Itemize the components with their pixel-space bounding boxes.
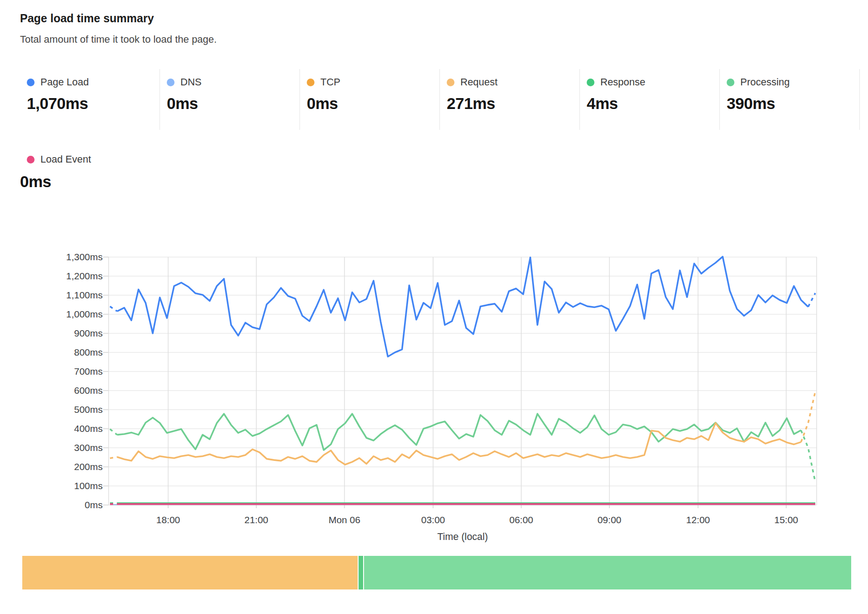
y-axis-label: 1,100ms	[66, 290, 103, 300]
series-line-request	[801, 391, 815, 442]
page-load-summary-panel: { "header": { "title": "Page load time s…	[0, 0, 868, 614]
status-timeline-bar	[22, 556, 851, 589]
x-axis-label: 09:00	[598, 515, 622, 525]
y-axis-label: 100ms	[74, 480, 103, 491]
y-axis-label: 0ms	[85, 500, 103, 510]
y-axis-label: 300ms	[74, 442, 103, 453]
y-axis-label: 500ms	[74, 404, 103, 415]
x-axis-title: Time (local)	[437, 531, 488, 542]
x-axis-label: 03:00	[421, 515, 445, 525]
x-axis-label: 21:00	[244, 515, 269, 525]
series-line-page-load	[117, 257, 808, 357]
x-axis-label: 12:00	[686, 515, 710, 525]
y-axis-label: 600ms	[74, 385, 103, 396]
series-line-page-load	[110, 307, 117, 312]
y-axis-label: 400ms	[74, 423, 103, 434]
status-segment-operational[interactable]	[364, 556, 851, 589]
chart-svg[interactable]: 0ms100ms200ms300ms400ms500ms600ms700ms80…	[0, 0, 868, 614]
x-axis-label: 15:00	[774, 515, 798, 525]
x-axis-label: 18:00	[156, 515, 180, 525]
series-line-processing	[117, 414, 801, 450]
y-axis-label: 900ms	[74, 328, 103, 338]
y-axis-label: 700ms	[74, 366, 103, 376]
y-axis-label: 200ms	[74, 461, 103, 472]
series-line-processing	[110, 429, 117, 435]
y-axis-label: 1,300ms	[66, 252, 103, 262]
y-axis-label: 1,000ms	[66, 309, 103, 319]
series-line-request	[110, 457, 117, 458]
y-axis-label: 800ms	[74, 347, 103, 357]
status-segment-operational-sliver[interactable]	[359, 556, 363, 589]
series-line-processing	[801, 430, 815, 482]
x-axis-label: Mon 06	[329, 515, 360, 525]
status-segment-degraded[interactable]	[22, 556, 358, 589]
y-axis-label: 1,200ms	[66, 271, 103, 281]
x-axis-label: 06:00	[509, 515, 534, 525]
